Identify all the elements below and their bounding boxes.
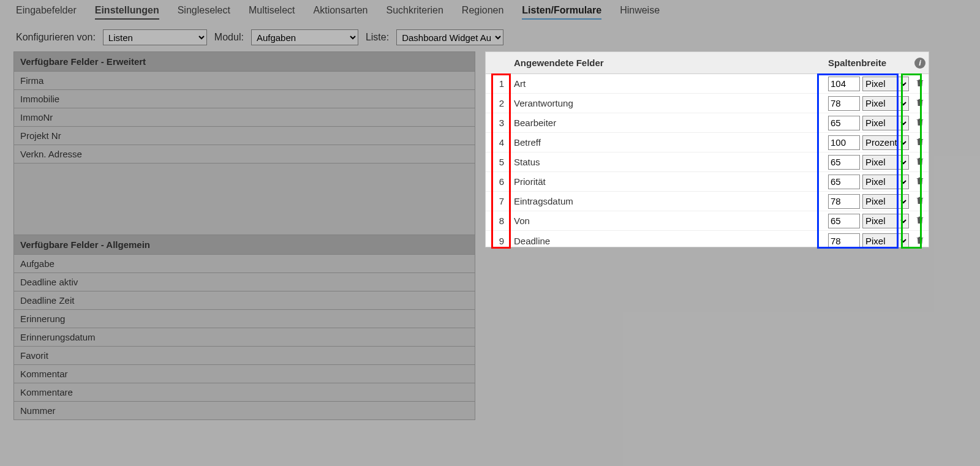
applied-field-row: 2VerantwortungPixelProzent (486, 94, 929, 113)
applied-field-row: 4BetreffPixelProzent (486, 133, 929, 152)
available-fields-general-panel: Verfügbare Felder - Allgemein AufgabeDea… (13, 235, 475, 420)
trash-icon (915, 156, 925, 167)
row-number: 8 (486, 216, 508, 226)
column-width-input[interactable] (828, 214, 860, 228)
row-field-name[interactable]: Eintragsdatum (508, 196, 828, 206)
module-select[interactable]: Aufgaben (251, 29, 358, 45)
module-label: Modul: (214, 32, 244, 43)
trash-icon (915, 214, 925, 225)
delete-row-button[interactable] (915, 77, 925, 90)
tab-suchkriterien[interactable]: Suchkriterien (386, 5, 443, 20)
applied-fields-header: Angewendete Felder (508, 58, 828, 68)
available-fields-extended-panel: Verfügbare Felder - Erweitert FirmaImmob… (13, 51, 475, 163)
row-field-name[interactable]: Betreff (508, 137, 828, 148)
column-width-input[interactable] (828, 135, 860, 150)
trash-icon (915, 116, 925, 127)
list-label: Liste: (366, 32, 389, 43)
available-field-item[interactable]: Kommentar (14, 365, 475, 383)
row-number: 9 (486, 236, 508, 246)
column-unit-select[interactable]: PixelProzent (862, 175, 909, 189)
applied-fields-panel: Angewendete Felder Spaltenbreite i 1ArtP… (485, 51, 929, 247)
applied-field-row: 7EintragsdatumPixelProzent (486, 192, 929, 211)
available-field-item[interactable]: Erinnerungsdatum (14, 328, 475, 347)
available-field-item[interactable]: Favorit (14, 347, 475, 365)
trash-icon (915, 195, 925, 206)
tab-aktionsarten[interactable]: Aktionsarten (314, 5, 368, 20)
row-number: 7 (486, 196, 508, 206)
configure-label: Konfigurieren von: (16, 32, 96, 43)
delete-row-button[interactable] (915, 195, 925, 208)
row-number: 5 (486, 157, 508, 167)
available-field-item[interactable]: Nummer (14, 402, 475, 419)
applied-field-row: 1ArtPixelProzent (486, 74, 929, 94)
delete-row-button[interactable] (915, 235, 925, 247)
available-field-item[interactable]: Firma (14, 72, 475, 90)
tab-regionen[interactable]: Regionen (462, 5, 504, 20)
row-field-name[interactable]: Von (508, 216, 828, 226)
column-width-input[interactable] (828, 175, 860, 189)
trash-icon (915, 175, 925, 186)
delete-row-button[interactable] (915, 156, 925, 168)
column-width-input[interactable] (828, 77, 860, 91)
delete-row-button[interactable] (915, 175, 925, 188)
available-field-item[interactable]: Kommentare (14, 383, 475, 402)
column-unit-select[interactable]: PixelProzent (862, 77, 909, 91)
row-number: 4 (486, 137, 508, 148)
available-field-item[interactable]: Verkn. Adresse (14, 145, 475, 163)
delete-row-button[interactable] (915, 116, 925, 129)
available-field-item[interactable]: Deadline Zeit (14, 291, 475, 310)
row-number: 2 (486, 98, 508, 108)
column-width-header: Spaltenbreite (828, 58, 911, 68)
tab-multiselect[interactable]: Multiselect (249, 5, 295, 20)
column-width-input[interactable] (828, 96, 860, 111)
row-field-name[interactable]: Bearbeiter (508, 118, 828, 128)
applied-field-row: 6PrioritätPixelProzent (486, 172, 929, 192)
row-number: 1 (486, 78, 508, 89)
row-field-name[interactable]: Art (508, 78, 828, 89)
tab-eingabefelder[interactable]: Eingabefelder (16, 5, 77, 20)
column-width-input[interactable] (828, 194, 860, 209)
delete-row-button[interactable] (915, 136, 925, 149)
row-field-name[interactable]: Deadline (508, 236, 828, 246)
row-field-name[interactable]: Priorität (508, 176, 828, 187)
applied-field-row: 3BearbeiterPixelProzent (486, 113, 929, 133)
column-unit-select[interactable]: PixelProzent (862, 116, 909, 130)
trash-icon (915, 235, 925, 246)
applied-field-row: 9DeadlinePixelProzent (486, 231, 929, 250)
tab-singleselect[interactable]: Singleselect (178, 5, 230, 20)
row-field-name[interactable]: Status (508, 157, 828, 167)
tab-einstellungen[interactable]: Einstellungen (95, 5, 159, 20)
tab-bar: EingabefelderEinstellungenSingleselectMu… (0, 0, 980, 23)
delete-row-button[interactable] (915, 97, 925, 110)
tab-listen-formulare[interactable]: Listen/Formulare (522, 5, 601, 20)
available-field-item[interactable]: Deadline aktiv (14, 273, 475, 291)
available-field-item[interactable]: Immobilie (14, 90, 475, 108)
applied-field-row: 8VonPixelProzent (486, 211, 929, 231)
tab-hinweise[interactable]: Hinweise (620, 5, 660, 20)
list-select[interactable]: Dashboard Widget Au (396, 29, 503, 45)
available-field-item[interactable]: Erinnerung (14, 310, 475, 328)
column-unit-select[interactable]: PixelProzent (862, 214, 909, 228)
available-field-item[interactable]: Projekt Nr (14, 127, 475, 145)
column-unit-select[interactable]: PixelProzent (862, 233, 909, 248)
trash-icon (915, 77, 925, 88)
applied-field-row: 5StatusPixelProzent (486, 152, 929, 172)
row-number: 3 (486, 118, 508, 128)
configure-select[interactable]: Listen (103, 29, 207, 45)
delete-row-button[interactable] (915, 214, 925, 227)
info-icon[interactable]: i (914, 57, 925, 69)
column-width-input[interactable] (828, 233, 860, 248)
row-number: 6 (486, 176, 508, 187)
available-field-item[interactable]: Aufgabe (14, 255, 475, 273)
column-unit-select[interactable]: PixelProzent (862, 194, 909, 209)
panel-header-extended: Verfügbare Felder - Erweitert (14, 52, 475, 72)
column-unit-select[interactable]: PixelProzent (862, 135, 909, 150)
panel-header-general: Verfügbare Felder - Allgemein (14, 235, 475, 255)
column-width-input[interactable] (828, 155, 860, 170)
row-field-name[interactable]: Verantwortung (508, 98, 828, 108)
column-unit-select[interactable]: PixelProzent (862, 155, 909, 170)
available-field-item[interactable]: ImmoNr (14, 108, 475, 127)
config-bar: Konfigurieren von: Listen Modul: Aufgabe… (0, 23, 980, 55)
column-unit-select[interactable]: PixelProzent (862, 96, 909, 111)
column-width-input[interactable] (828, 116, 860, 130)
